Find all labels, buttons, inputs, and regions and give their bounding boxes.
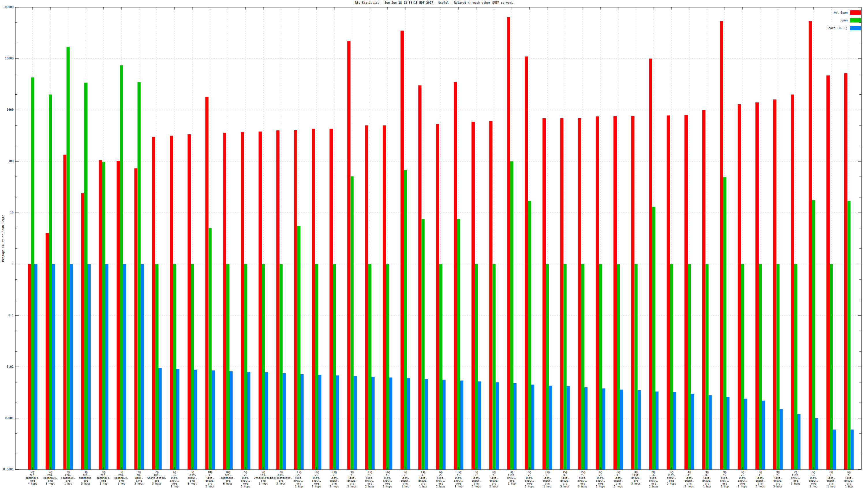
x-tick-label: dnswl. bbox=[596, 479, 606, 482]
x-tick-label: Y. bbox=[493, 474, 496, 477]
x-tick-label: 5 hops bbox=[471, 485, 481, 488]
x-tick-label: 6@ bbox=[830, 471, 833, 474]
x-tick-label: 3 hops bbox=[773, 485, 783, 488]
bar-score bbox=[478, 381, 481, 469]
x-tick-label: Y. bbox=[758, 474, 762, 477]
bar-score bbox=[514, 383, 517, 469]
x-tick-label: list. bbox=[437, 477, 445, 479]
x-tick-label: zen. bbox=[29, 474, 36, 477]
x-tick-label: dnswl. bbox=[365, 479, 375, 482]
x-tick-label: list. bbox=[685, 477, 693, 479]
x-tick-label: 3 hops bbox=[578, 485, 588, 488]
x-tick-label: 9@ bbox=[777, 471, 780, 474]
bar-score bbox=[762, 401, 765, 469]
bar-not-spam bbox=[560, 118, 564, 469]
bar-spam bbox=[67, 47, 70, 469]
x-tick-label: list. bbox=[827, 477, 835, 479]
x-tick-label: 1. bbox=[617, 474, 620, 477]
bar-score bbox=[833, 429, 836, 469]
legend-swatch-not-spam bbox=[850, 10, 861, 15]
bar-not-spam bbox=[827, 75, 830, 469]
bar-score bbox=[673, 392, 676, 469]
bar-spam bbox=[706, 264, 709, 469]
y-tick-label: 10000 bbox=[5, 57, 13, 60]
bar-not-spam bbox=[844, 73, 847, 469]
x-tick-label: 3 hops bbox=[312, 485, 321, 488]
bar-spam bbox=[758, 264, 762, 469]
x-tick-label: org bbox=[332, 482, 337, 485]
x-tick-label: list. bbox=[455, 477, 462, 479]
bar-score bbox=[531, 385, 534, 469]
legend-swatch-spam bbox=[850, 18, 861, 23]
x-tick-label: 5@ bbox=[475, 471, 478, 474]
bar-spam bbox=[457, 219, 460, 469]
x-tick-label: dnswl. bbox=[649, 479, 658, 482]
x-tick-label: 9@ bbox=[812, 471, 815, 474]
bar-spam bbox=[155, 264, 158, 469]
bar-not-spam bbox=[241, 132, 244, 469]
x-tick-label: 1 hop bbox=[721, 485, 728, 488]
x-tick-label: org bbox=[634, 479, 638, 482]
x-tick-label: dnswl. bbox=[436, 479, 445, 482]
x-tick-label: 2. bbox=[244, 474, 247, 477]
x-tick-label: 9@ bbox=[351, 471, 354, 474]
bar-spam bbox=[723, 177, 726, 469]
bar-score bbox=[265, 372, 268, 469]
x-tick-label: org bbox=[48, 479, 53, 482]
x-tick-label: dnswl. bbox=[809, 479, 818, 482]
x-tick-label: dnswl. bbox=[631, 477, 641, 479]
x-tick-label: 2 hops bbox=[206, 485, 215, 488]
x-tick-label: list. bbox=[596, 477, 604, 479]
x-tick-label: org bbox=[421, 482, 425, 485]
bar-not-spam bbox=[45, 233, 49, 469]
bar-score bbox=[34, 264, 37, 469]
bar-not-spam bbox=[489, 121, 493, 469]
x-tick-label: 2. bbox=[333, 474, 336, 477]
x-tick-label: 9@ bbox=[706, 471, 709, 474]
x-tick-label: 5@ bbox=[244, 471, 247, 474]
x-tick-label: list. bbox=[508, 474, 516, 477]
x-tick-label: 4 hops bbox=[28, 482, 37, 485]
y-tick-label: 0.1 bbox=[8, 314, 13, 317]
x-tick-label: list. bbox=[419, 477, 427, 479]
x-tick-label: list. bbox=[792, 474, 800, 477]
x-tick-label: dnswl. bbox=[471, 479, 481, 482]
x-tick-label: 1 hop bbox=[64, 482, 72, 485]
x-tick-label: 3. bbox=[812, 474, 815, 477]
bar-spam bbox=[652, 207, 655, 469]
x-tick-label: 2@ bbox=[155, 471, 158, 474]
x-tick-label: 9@ bbox=[652, 471, 655, 474]
bar-not-spam bbox=[454, 82, 457, 469]
x-tick-label: 5@ bbox=[617, 471, 620, 474]
y-tick-label: 1000 bbox=[7, 108, 13, 111]
bar-not-spam bbox=[631, 116, 634, 469]
x-tick-label: list. bbox=[188, 474, 196, 477]
x-tick-label: 2 hops bbox=[596, 485, 606, 488]
x-tick-label: 2@ bbox=[794, 471, 797, 474]
legend-label-spam: Spam bbox=[841, 19, 847, 22]
x-tick-label: org bbox=[66, 479, 70, 482]
x-tick-label: org bbox=[722, 482, 727, 485]
x-tick-label: 2 hops bbox=[365, 485, 375, 488]
x-tick-label: 3 hops bbox=[560, 485, 570, 488]
x-tick-label: 3. bbox=[652, 474, 655, 477]
x-tick-label: 6@ bbox=[173, 471, 176, 474]
x-tick-label: list. bbox=[809, 477, 817, 479]
x-tick-label: Y. bbox=[368, 474, 371, 477]
x-tick-label: 2@ bbox=[31, 471, 34, 474]
x-tick-label: org bbox=[793, 479, 798, 482]
x-tick-label: list. bbox=[668, 474, 675, 477]
x-tick-label: ips. bbox=[278, 474, 284, 477]
x-tick-label: 0. bbox=[475, 474, 478, 477]
x-tick-label: 3 hops bbox=[383, 485, 393, 488]
x-tick-label: dnswl. bbox=[702, 479, 712, 482]
x-tick-label: 3. bbox=[173, 474, 176, 477]
bar-spam bbox=[564, 264, 567, 469]
x-tick-label: 2. bbox=[528, 474, 531, 477]
bar-score bbox=[425, 379, 428, 469]
bar-score bbox=[691, 394, 694, 469]
y-tick-label: 100 bbox=[8, 160, 13, 163]
y-tick-label: 0.01 bbox=[7, 365, 13, 368]
bar-not-spam bbox=[28, 264, 31, 469]
x-tick-label: 1. bbox=[209, 474, 212, 477]
